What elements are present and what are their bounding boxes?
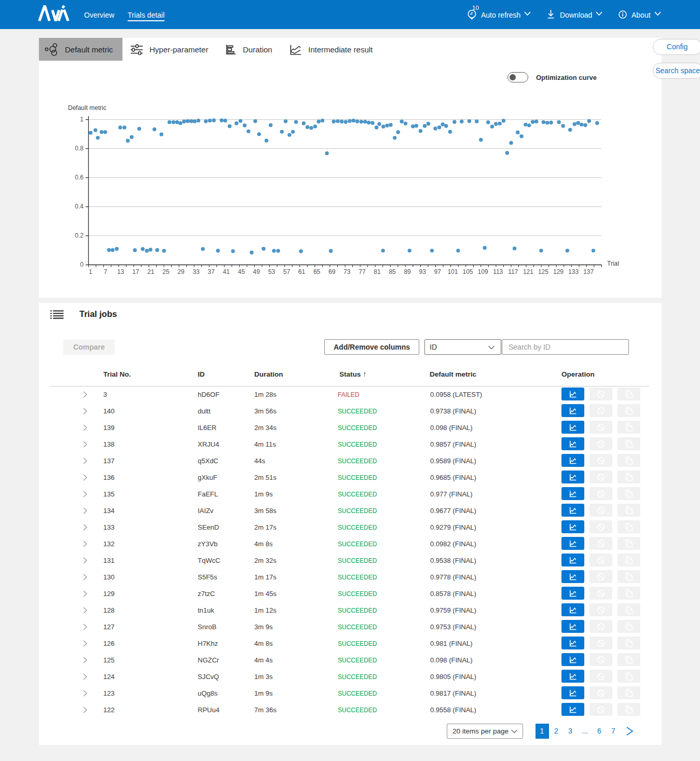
svg-text:121: 121 [523, 268, 533, 275]
svg-text:17: 17 [132, 268, 140, 275]
svg-text:Trial: Trial [607, 260, 619, 267]
svg-text:125: 125 [538, 268, 548, 275]
svg-text:29: 29 [177, 268, 185, 275]
svg-text:109: 109 [478, 268, 488, 275]
svg-text:129: 129 [553, 268, 564, 275]
svg-text:69: 69 [328, 268, 336, 275]
svg-text:1: 1 [89, 268, 92, 275]
svg-text:53: 53 [268, 268, 276, 275]
svg-text:77: 77 [359, 268, 366, 275]
svg-text:0.2: 0.2 [75, 232, 84, 239]
svg-text:85: 85 [389, 268, 396, 275]
svg-text:33: 33 [193, 268, 200, 275]
svg-text:1: 1 [80, 116, 84, 123]
svg-text:133: 133 [568, 268, 579, 275]
svg-text:101: 101 [447, 268, 458, 275]
svg-text:65: 65 [313, 268, 321, 275]
svg-text:25: 25 [162, 268, 170, 275]
svg-text:105: 105 [462, 268, 473, 275]
svg-text:0.6: 0.6 [75, 174, 84, 181]
svg-text:21: 21 [147, 268, 155, 275]
svg-text:Default metric: Default metric [68, 104, 106, 112]
svg-text:97: 97 [434, 268, 442, 275]
svg-text:0.8: 0.8 [75, 145, 84, 152]
svg-text:0: 0 [80, 261, 84, 268]
svg-text:37: 37 [208, 268, 215, 275]
svg-text:57: 57 [283, 268, 291, 275]
svg-text:61: 61 [298, 268, 306, 275]
svg-text:89: 89 [404, 268, 411, 275]
svg-text:49: 49 [253, 268, 260, 275]
svg-text:13: 13 [117, 268, 125, 275]
svg-text:41: 41 [223, 268, 230, 275]
svg-text:113: 113 [493, 268, 503, 275]
svg-text:0.4: 0.4 [75, 203, 84, 210]
svg-text:137: 137 [583, 268, 594, 275]
svg-text:73: 73 [344, 268, 351, 275]
svg-text:7: 7 [104, 268, 107, 275]
svg-text:117: 117 [508, 268, 518, 275]
svg-text:81: 81 [374, 268, 381, 275]
svg-text:93: 93 [419, 268, 427, 275]
svg-text:45: 45 [238, 268, 245, 275]
